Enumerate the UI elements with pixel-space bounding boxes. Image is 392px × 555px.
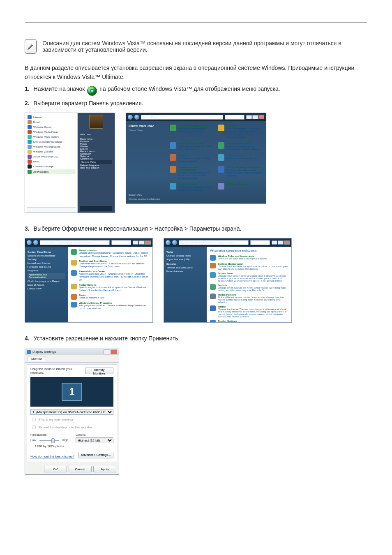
cancel-button[interactable]: Cancel xyxy=(69,466,92,472)
all-programs[interactable]: All Programs xyxy=(27,169,76,174)
category-title[interactable]: System and Maintenance xyxy=(178,125,214,127)
cp-category[interactable]: Appearance and PersonalizationChange des… xyxy=(170,166,214,180)
back-icon[interactable] xyxy=(128,115,133,120)
category-title[interactable]: Clock, Language, and Region xyxy=(226,166,262,169)
start-menu-item[interactable]: Internet xyxy=(27,115,76,120)
power-buttons[interactable] xyxy=(80,206,112,211)
best-display-link[interactable]: How do I get the best display? xyxy=(30,455,74,458)
pers-side-item[interactable]: Change desktop icons xyxy=(166,254,204,257)
pers-option[interactable]: Desktop BackgroundChoose from available … xyxy=(210,263,288,270)
category-title[interactable]: Ease of Access xyxy=(178,183,214,185)
start-menu-item[interactable]: Command Prompt xyxy=(27,164,76,169)
close-icon[interactable] xyxy=(284,240,290,245)
ap-side-item[interactable]: Appearance and Personalization xyxy=(28,273,65,279)
pers-side-item[interactable]: Tasks xyxy=(166,251,204,253)
start-menu-item[interactable]: Windows Explorer xyxy=(27,149,76,154)
pers-address[interactable]: Appearance and Personalization › Persona… xyxy=(179,240,249,245)
pers-option[interactable]: Screen SaverChange your screen saver or … xyxy=(210,272,288,282)
ap-category[interactable]: FontsInstall or remove a font xyxy=(71,294,149,300)
category-sub[interactable]: Change desktop background · Customize co… xyxy=(79,252,148,257)
ap-side-item[interactable]: Hardware and Sound xyxy=(28,266,65,268)
forward-icon[interactable] xyxy=(172,240,177,245)
display-select[interactable]: 1. (MultipleMonitors) on NVIDIA GeForce … xyxy=(30,409,113,415)
min-icon[interactable] xyxy=(133,240,138,245)
category-title[interactable]: Programs xyxy=(178,154,214,157)
ap-category[interactable]: Taskbar and Start MenuCustomize the Star… xyxy=(71,260,149,268)
cp-category[interactable]: Ease of AccessLet Windows suggest settin… xyxy=(170,183,214,192)
ap-category[interactable]: Ease of Access CenterAccommodate low vis… xyxy=(71,270,149,282)
forward-icon[interactable] xyxy=(33,240,38,245)
cp-classic-view[interactable]: Classic View xyxy=(129,129,163,132)
tab-monitor[interactable]: Monitor xyxy=(28,356,46,361)
ap-category[interactable]: PersonalizationChange desktop background… xyxy=(71,249,149,257)
ok-button[interactable]: OK xyxy=(44,466,67,472)
ap-side-item[interactable]: Control Panel Home xyxy=(28,251,65,253)
max-icon[interactable] xyxy=(278,240,284,245)
cp-category[interactable]: Clock, Language, and RegionChange keyboa… xyxy=(218,166,262,180)
category-sub[interactable]: Add or remove user accounts xyxy=(226,157,258,160)
cp-home[interactable]: Control Panel Home xyxy=(129,125,163,127)
category-title[interactable]: Appearance and Personalization xyxy=(178,166,214,171)
forward-icon[interactable] xyxy=(134,115,139,120)
category-title[interactable]: Network and Internet xyxy=(178,142,214,145)
category-title[interactable]: Additional Options xyxy=(226,183,249,185)
category-sub[interactable]: Uninstall a program · Change startup pro… xyxy=(178,157,214,163)
pers-side-item[interactable]: Ease of Access xyxy=(166,270,204,273)
cp-category[interactable]: User AccountsAdd or remove user accounts xyxy=(218,154,262,163)
start-right-item[interactable]: Help and Support xyxy=(80,166,112,169)
close-icon[interactable] xyxy=(111,349,117,354)
start-right-item[interactable]: Control Panel xyxy=(80,160,112,164)
ap-side-item[interactable]: Security xyxy=(28,258,65,261)
category-sub[interactable]: Play CDs or other media automatically · … xyxy=(226,145,262,151)
min-icon[interactable] xyxy=(104,349,110,354)
pers-side-item[interactable]: Taskbar and Start Menu xyxy=(166,266,204,269)
max-icon[interactable] xyxy=(139,240,145,245)
monitor-1[interactable]: 1 xyxy=(62,383,82,401)
category-sub[interactable]: Change desktop background · Customize co… xyxy=(178,171,214,180)
close-icon[interactable] xyxy=(258,115,264,119)
min-icon[interactable] xyxy=(246,115,252,119)
category-sub[interactable]: Customize the Start menu · Customize ico… xyxy=(79,262,145,268)
category-sub[interactable]: Install or remove a font xyxy=(79,296,104,299)
pers-option[interactable]: Window Color and AppearanceFine tune the… xyxy=(210,255,288,261)
ap-address[interactable]: Control Panel › Appearance and Personali… xyxy=(40,240,110,245)
cp-category[interactable]: Network and InternetView network status … xyxy=(170,142,214,151)
category-sub[interactable]: Add gadgets to Sidebar · Choose whether … xyxy=(79,304,146,310)
start-menu-item[interactable]: Adobe Photoshop CS2 xyxy=(27,154,76,159)
slider-knob[interactable] xyxy=(51,438,55,443)
pers-side-item[interactable]: See also xyxy=(166,263,204,265)
start-menu-item[interactable]: E-mail xyxy=(27,120,76,125)
max-icon[interactable] xyxy=(252,115,258,119)
back-icon[interactable] xyxy=(27,240,32,245)
back-icon[interactable] xyxy=(166,240,171,245)
ap-side-item[interactable]: Network and Internet xyxy=(28,262,65,264)
min-icon[interactable] xyxy=(272,240,277,245)
ap-side-item[interactable]: Classic View xyxy=(28,287,65,290)
resolution-slider[interactable]: Low High xyxy=(30,437,68,443)
monitor-preview[interactable]: 1 xyxy=(30,377,113,407)
cp-category[interactable]: System and MaintenanceGet started with W… xyxy=(170,125,214,139)
pers-search[interactable] xyxy=(250,240,270,245)
category-sub[interactable]: Check for updates · Check this computer'… xyxy=(226,127,262,139)
pers-option[interactable]: Display SettingsAdjust your monitor reso… xyxy=(210,320,288,323)
category-sub[interactable]: Get started with Windows · Back up your … xyxy=(178,127,214,133)
category-sub[interactable]: Change keyboards or other input methods … xyxy=(226,169,262,178)
ap-category[interactable]: Folder OptionsSpecify single- or double-… xyxy=(71,284,149,292)
apply-button[interactable]: Apply xyxy=(93,466,116,472)
category-sub[interactable]: View network status and tasks · Set up f… xyxy=(178,145,214,151)
identify-monitors-button[interactable]: Identify Monitors xyxy=(85,368,113,374)
ap-side-item[interactable]: Ease of Access xyxy=(28,284,65,286)
ap-side-item[interactable]: System and Maintenance xyxy=(28,254,65,257)
cp-address[interactable]: Control Panel xyxy=(141,115,223,120)
cp-category[interactable]: Additional Options xyxy=(218,183,262,192)
close-icon[interactable] xyxy=(145,240,151,245)
start-menu-item[interactable]: Welcome Center xyxy=(27,125,76,130)
ap-search[interactable] xyxy=(111,240,131,245)
cp-category[interactable]: Hardware and SoundPlay CDs or other medi… xyxy=(218,142,262,151)
cp-search[interactable] xyxy=(225,115,244,120)
category-sub[interactable]: Let Windows suggest settings · Optimize … xyxy=(178,186,214,192)
start-menu-item[interactable]: Live Messenger Download xyxy=(27,139,76,144)
category-title[interactable]: User Accounts xyxy=(226,154,258,157)
start-menu-item[interactable]: Windows Photo Gallery xyxy=(27,134,76,139)
pers-option[interactable]: Mouse PointersPick a different mouse poi… xyxy=(210,294,288,303)
